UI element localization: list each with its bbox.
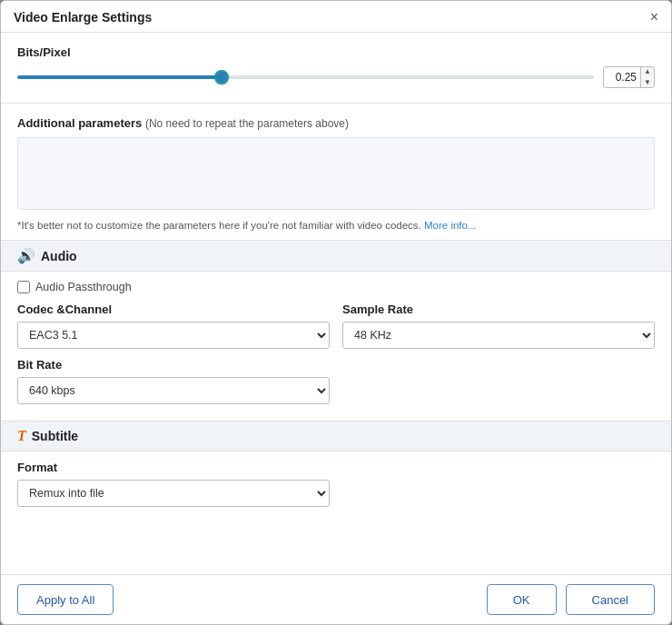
additional-params-textarea[interactable] (17, 137, 655, 210)
slider-track (17, 69, 594, 85)
additional-params-note: (No need to repeat the parameters above) (145, 117, 349, 130)
footer: Apply to All OK Cancel (1, 574, 671, 624)
audio-section-title: Audio (41, 249, 77, 263)
audio-section-header: 🔊 Audio (1, 241, 671, 272)
slider-value-input[interactable]: 0.25 (604, 71, 640, 84)
additional-params-section: Additional parameters (No need to repeat… (1, 104, 671, 241)
slider-spinners: ▲ ▼ (640, 66, 654, 88)
subtitle-format-select[interactable]: Remux into file Burn into video Extract (17, 480, 330, 507)
bits-pixel-section: Bits/Pixel 0.25 ▲ ▼ (1, 33, 671, 104)
bit-rate-label: Bit Rate (17, 358, 655, 372)
codec-sample-row: Codec &Channel EAC3 5.1 AAC 5.1 AC3 5.1 … (17, 303, 655, 349)
footer-right: OK Cancel (487, 584, 655, 615)
dialog-content: Bits/Pixel 0.25 ▲ ▼ Additional parameter… (1, 33, 671, 574)
sample-rate-select[interactable]: 48 KHz 44.1 KHz 32 KHz (342, 322, 655, 349)
title-bar: Video Enlarge Settings × (1, 1, 671, 33)
additional-params-label: Additional parameters (No need to repeat… (17, 116, 655, 130)
close-button[interactable]: × (650, 10, 658, 25)
params-warning: *It's better not to customize the parame… (17, 220, 655, 231)
subtitle-body: Format Remux into file Burn into video E… (1, 451, 671, 520)
dialog-title: Video Enlarge Settings (14, 10, 152, 25)
sample-rate-label: Sample Rate (342, 303, 655, 316)
audio-passthrough-checkbox[interactable] (17, 281, 30, 293)
audio-passthrough-label[interactable]: Audio Passthrough (35, 281, 132, 293)
subtitle-section-title: Subtitle (32, 429, 78, 443)
subtitle-icon: T (17, 428, 26, 444)
more-info-link[interactable]: More info... (424, 220, 477, 231)
subtitle-format-label: Format (17, 461, 655, 474)
ok-button[interactable]: OK (487, 584, 557, 615)
spinner-up-button[interactable]: ▲ (641, 66, 654, 77)
audio-icon: 🔊 (17, 247, 35, 264)
audio-passthrough-row: Audio Passthrough (17, 281, 655, 293)
cancel-button[interactable]: Cancel (566, 584, 655, 615)
slider-row: 0.25 ▲ ▼ (17, 66, 655, 88)
codec-channel-field: Codec &Channel EAC3 5.1 AAC 5.1 AC3 5.1 … (17, 303, 330, 349)
video-enlarge-settings-dialog: Video Enlarge Settings × Bits/Pixel 0.25… (0, 0, 672, 625)
spinner-down-button[interactable]: ▼ (641, 77, 654, 88)
sample-rate-field: Sample Rate 48 KHz 44.1 KHz 32 KHz (342, 303, 655, 349)
audio-body: Audio Passthrough Codec &Channel EAC3 5.… (1, 272, 671, 422)
bits-pixel-slider[interactable] (17, 75, 594, 79)
bit-rate-select[interactable]: 640 kbps 320 kbps 256 kbps 192 kbps 128 … (17, 377, 330, 404)
subtitle-section-header: T Subtitle (1, 422, 671, 451)
bits-pixel-label: Bits/Pixel (17, 45, 655, 59)
codec-channel-select[interactable]: EAC3 5.1 AAC 5.1 AC3 5.1 MP3 Copy (17, 322, 330, 349)
codec-channel-label: Codec &Channel (17, 303, 330, 316)
bit-rate-field: Bit Rate 640 kbps 320 kbps 256 kbps 192 … (17, 358, 655, 404)
slider-value-box: 0.25 ▲ ▼ (603, 66, 655, 88)
apply-to-all-button[interactable]: Apply to All (17, 584, 114, 615)
